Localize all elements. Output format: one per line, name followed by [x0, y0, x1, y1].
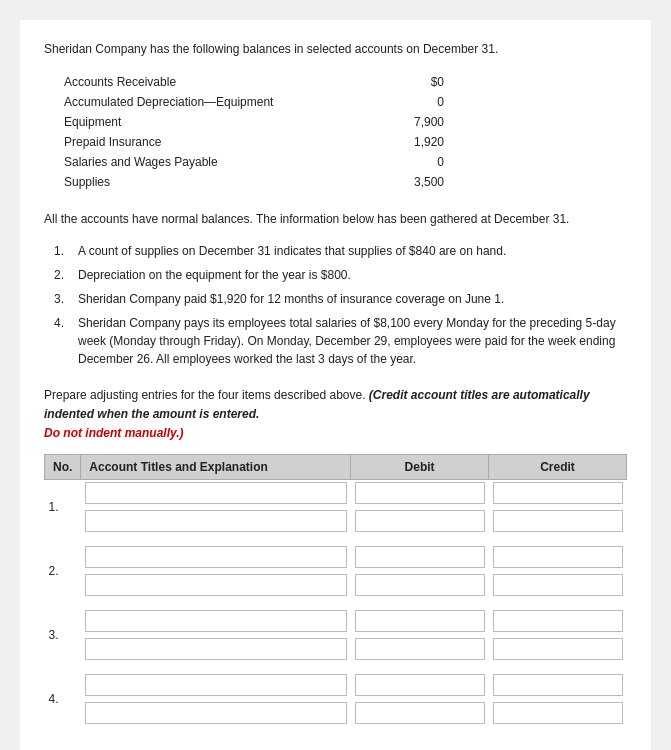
debit-input-cell-2	[351, 635, 489, 663]
account-title-input-cell-2	[81, 571, 351, 599]
debit-input[interactable]	[355, 702, 485, 724]
balance-row: Equipment7,900	[64, 112, 444, 132]
credit-input[interactable]	[493, 510, 623, 532]
account-title-input[interactable]	[85, 702, 347, 724]
debit-input[interactable]	[355, 546, 485, 568]
account-title-input[interactable]	[85, 546, 347, 568]
balance-row: Supplies3,500	[64, 172, 444, 192]
spacer-row	[45, 599, 627, 607]
spacer-row	[45, 663, 627, 671]
entry-num: 3.	[45, 607, 81, 663]
balance-value: 0	[374, 155, 444, 169]
debit-input[interactable]	[355, 574, 485, 596]
table-row	[45, 635, 627, 663]
intro-text: Sheridan Company has the following balan…	[44, 40, 627, 58]
credit-input[interactable]	[493, 702, 623, 724]
debit-input[interactable]	[355, 510, 485, 532]
col-no-header: No.	[45, 454, 81, 479]
entry-num: 2.	[45, 543, 81, 599]
list-item-num: 4.	[54, 314, 78, 368]
account-title-input-cell-2	[81, 699, 351, 727]
balance-value: $0	[374, 75, 444, 89]
balance-label: Salaries and Wages Payable	[64, 155, 374, 169]
balance-label: Supplies	[64, 175, 374, 189]
page-container: Sheridan Company has the following balan…	[20, 20, 651, 750]
list-item: 4.Sheridan Company pays its employees to…	[54, 314, 627, 368]
normal-balances-text: All the accounts have normal balances. T…	[44, 210, 627, 228]
credit-input-cell	[489, 543, 627, 571]
credit-input[interactable]	[493, 482, 623, 504]
credit-input[interactable]	[493, 674, 623, 696]
debit-input-cell	[351, 671, 489, 699]
credit-input[interactable]	[493, 574, 623, 596]
credit-input-cell	[489, 671, 627, 699]
credit-input[interactable]	[493, 638, 623, 660]
account-title-input-cell	[81, 671, 351, 699]
account-title-input[interactable]	[85, 482, 347, 504]
table-row	[45, 507, 627, 535]
col-debit-header: Debit	[351, 454, 489, 479]
credit-input-cell-2	[489, 571, 627, 599]
debit-input[interactable]	[355, 610, 485, 632]
balance-label: Equipment	[64, 115, 374, 129]
debit-input-cell	[351, 479, 489, 507]
debit-input-cell-2	[351, 571, 489, 599]
list-item: 3.Sheridan Company paid $1,920 for 12 mo…	[54, 290, 627, 308]
list-item-num: 1.	[54, 242, 78, 260]
items-list: 1.A count of supplies on December 31 ind…	[54, 242, 627, 368]
list-item: 1.A count of supplies on December 31 ind…	[54, 242, 627, 260]
list-item-text: Sheridan Company paid $1,920 for 12 mont…	[78, 290, 627, 308]
list-item-text: Depreciation on the equipment for the ye…	[78, 266, 627, 284]
table-row: 1.	[45, 479, 627, 507]
credit-input-cell	[489, 607, 627, 635]
list-item-num: 2.	[54, 266, 78, 284]
instruction-prefix: Prepare adjusting entries for the four i…	[44, 388, 366, 402]
credit-input[interactable]	[493, 610, 623, 632]
debit-input-cell	[351, 543, 489, 571]
table-row	[45, 699, 627, 727]
balance-row: Salaries and Wages Payable0	[64, 152, 444, 172]
account-title-input[interactable]	[85, 638, 347, 660]
balances-table: Accounts Receivable$0Accumulated Depreci…	[64, 72, 627, 192]
spacer-row	[45, 535, 627, 543]
credit-input[interactable]	[493, 546, 623, 568]
instruction-text: Prepare adjusting entries for the four i…	[44, 386, 627, 444]
account-title-input[interactable]	[85, 674, 347, 696]
credit-input-cell-2	[489, 635, 627, 663]
balance-row: Prepaid Insurance1,920	[64, 132, 444, 152]
list-item-text: A count of supplies on December 31 indic…	[78, 242, 627, 260]
debit-input-cell	[351, 607, 489, 635]
account-title-input-cell	[81, 607, 351, 635]
instruction-red: Do not indent manually.)	[44, 426, 184, 440]
col-credit-header: Credit	[489, 454, 627, 479]
balance-value: 1,920	[374, 135, 444, 149]
balance-row: Accounts Receivable$0	[64, 72, 444, 92]
account-title-input[interactable]	[85, 574, 347, 596]
debit-input-cell-2	[351, 699, 489, 727]
account-title-input-cell	[81, 543, 351, 571]
balance-label: Accounts Receivable	[64, 75, 374, 89]
debit-input-cell-2	[351, 507, 489, 535]
credit-input-cell-2	[489, 507, 627, 535]
balance-value: 3,500	[374, 175, 444, 189]
list-item-num: 3.	[54, 290, 78, 308]
account-title-input-cell-2	[81, 507, 351, 535]
entry-num: 1.	[45, 479, 81, 535]
debit-input[interactable]	[355, 482, 485, 504]
debit-input[interactable]	[355, 638, 485, 660]
list-item: 2.Depreciation on the equipment for the …	[54, 266, 627, 284]
balance-value: 0	[374, 95, 444, 109]
balance-label: Prepaid Insurance	[64, 135, 374, 149]
balance-row: Accumulated Depreciation—Equipment0	[64, 92, 444, 112]
debit-input[interactable]	[355, 674, 485, 696]
account-title-input-cell	[81, 479, 351, 507]
table-row: 4.	[45, 671, 627, 699]
account-title-input[interactable]	[85, 610, 347, 632]
account-title-input[interactable]	[85, 510, 347, 532]
balance-value: 7,900	[374, 115, 444, 129]
table-row	[45, 571, 627, 599]
table-row: 2.	[45, 543, 627, 571]
balance-label: Accumulated Depreciation—Equipment	[64, 95, 374, 109]
credit-input-cell	[489, 479, 627, 507]
list-item-text: Sheridan Company pays its employees tota…	[78, 314, 627, 368]
